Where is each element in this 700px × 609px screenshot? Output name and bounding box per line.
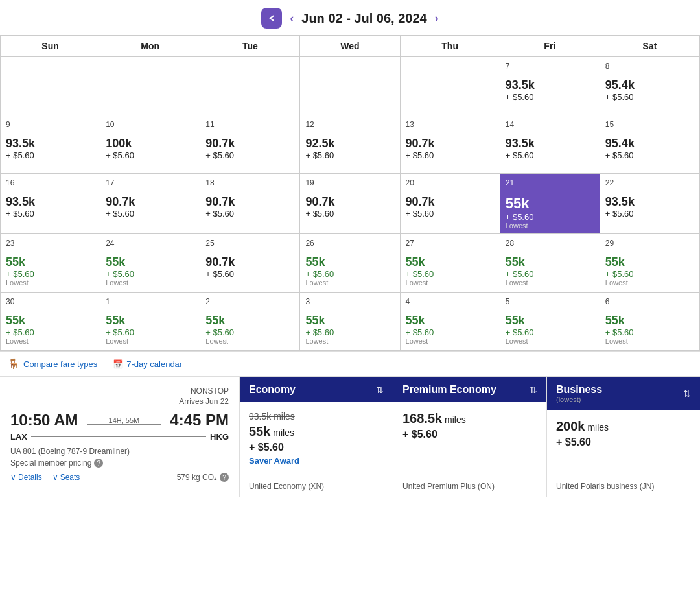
day-number: 26 bbox=[305, 239, 314, 248]
calendar-cell[interactable]: 655k+ $5.60Lowest bbox=[600, 293, 699, 351]
day-number: 28 bbox=[506, 239, 514, 248]
calendar-cell[interactable]: 2090.7k+ $5.60 bbox=[400, 174, 500, 234]
calendar-cell bbox=[100, 57, 200, 115]
calendar-cell[interactable]: 1190.7k+ $5.60 bbox=[200, 115, 300, 174]
calendar-cell[interactable]: 155k+ $5.60Lowest bbox=[100, 293, 200, 351]
day-miles: 55k bbox=[506, 195, 594, 212]
fare-strikethrough-economy: 93.5k miles bbox=[249, 411, 384, 422]
fare-miles-economy: 55k miles bbox=[249, 424, 384, 439]
day-lowest-label: Lowest bbox=[605, 337, 694, 345]
calendar-cell[interactable]: 1595.4k+ $5.60 bbox=[600, 115, 699, 174]
calendar-cell[interactable]: 2955k+ $5.60Lowest bbox=[600, 234, 699, 293]
fare-title-economy: Economy bbox=[249, 384, 296, 396]
day-miles: 93.5k bbox=[605, 195, 694, 209]
day-fee: + $5.60 bbox=[506, 328, 594, 337]
day-miles: 90.7k bbox=[406, 195, 495, 209]
calendar-cell[interactable]: 793.5k+ $5.60 bbox=[500, 57, 600, 115]
calendar-label: 7-day calendar bbox=[126, 359, 182, 369]
day-number: 24 bbox=[106, 239, 114, 248]
day-fee: + $5.60 bbox=[6, 269, 95, 279]
fare-sort-icon-premium[interactable]: ⇅ bbox=[530, 385, 537, 395]
day-number: 1 bbox=[106, 297, 110, 306]
day-miles: 55k bbox=[605, 314, 694, 328]
fare-sort-icon-economy[interactable]: ⇅ bbox=[376, 385, 384, 395]
pricing-info-icon[interactable]: ? bbox=[94, 459, 103, 468]
calendar-cell[interactable]: 2655k+ $5.60Lowest bbox=[300, 234, 400, 293]
day-fee: + $5.60 bbox=[605, 92, 694, 102]
day-miles: 55k bbox=[406, 256, 495, 269]
details-link[interactable]: ∨ Details bbox=[10, 473, 42, 482]
day-fee: + $5.60 bbox=[106, 150, 194, 160]
day-fee: + $5.60 bbox=[106, 328, 194, 337]
fare-subtitle-business: (lowest) bbox=[556, 396, 602, 403]
fare-card-body-business: 200k miles+ $5.60 bbox=[547, 410, 700, 475]
day-miles: 55k bbox=[205, 314, 294, 328]
calendar-cell[interactable]: 2293.5k+ $5.60 bbox=[600, 174, 699, 234]
origin-airport: LAX bbox=[10, 432, 27, 442]
calendar-cell[interactable]: 1890.7k+ $5.60 bbox=[200, 174, 300, 234]
day-miles: 55k bbox=[6, 314, 95, 328]
fare-card-premium[interactable]: Premium Economy⇅168.5k miles+ $5.60Unite… bbox=[393, 377, 547, 497]
seats-label: Seats bbox=[60, 473, 80, 482]
calendar-cell[interactable]: 2355k+ $5.60Lowest bbox=[1, 234, 100, 293]
calendar-cell[interactable]: 2755k+ $5.60Lowest bbox=[400, 234, 500, 293]
calendar-cell[interactable]: 10100k+ $5.60 bbox=[100, 115, 200, 174]
day-miles: 93.5k bbox=[506, 78, 594, 92]
calendar-cell[interactable]: 1292.5k+ $5.60 bbox=[300, 115, 400, 174]
day-fee: + $5.60 bbox=[106, 209, 194, 219]
fare-card-footer-economy: United Economy (XN) bbox=[240, 475, 393, 497]
fare-card-header-premium: Premium Economy⇅ bbox=[393, 377, 546, 402]
day-lowest-label: Lowest bbox=[106, 279, 194, 287]
day-miles: 100k bbox=[106, 137, 194, 150]
calendar-cell[interactable]: 555k+ $5.60Lowest bbox=[500, 293, 600, 351]
day-miles: 55k bbox=[106, 256, 194, 269]
bottom-toolbar: 🪑 Compare fare types 📅 7-day calendar bbox=[0, 351, 700, 377]
fare-miles-business: 200k miles bbox=[556, 419, 691, 434]
app-logo bbox=[261, 8, 282, 29]
calendar-cell[interactable]: 1493.5k+ $5.60 bbox=[500, 115, 600, 174]
fare-fee-economy: + $5.60 bbox=[249, 442, 384, 453]
next-month-button[interactable]: › bbox=[435, 12, 439, 25]
seats-chevron-icon: ∨ bbox=[52, 473, 58, 482]
day-fee: + $5.60 bbox=[506, 150, 594, 160]
co2-text: 579 kg CO₂ bbox=[177, 473, 217, 482]
flight-arrives-label: Arrives Jun 22 bbox=[10, 397, 229, 406]
co2-info-icon[interactable]: ? bbox=[220, 473, 229, 482]
calendar-cell[interactable]: 2155k+ $5.60Lowest bbox=[500, 174, 600, 234]
seats-link[interactable]: ∨ Seats bbox=[52, 473, 80, 482]
day-header-sun: Sun bbox=[1, 36, 100, 57]
day-number: 2 bbox=[205, 297, 210, 306]
calendar-cell[interactable]: 1390.7k+ $5.60 bbox=[400, 115, 500, 174]
compare-fare-link[interactable]: 🪑 Compare fare types bbox=[8, 358, 97, 370]
day-lowest-label: Lowest bbox=[406, 279, 495, 287]
calendar-cell[interactable]: 455k+ $5.60Lowest bbox=[400, 293, 500, 351]
day-header-sat: Sat bbox=[600, 36, 699, 57]
day-fee: + $5.60 bbox=[205, 209, 294, 219]
calendar-cell[interactable]: 1990.7k+ $5.60 bbox=[300, 174, 400, 234]
calendar-cell[interactable]: 3055k+ $5.60Lowest bbox=[1, 293, 100, 351]
calendar-cell[interactable]: 895.4k+ $5.60 bbox=[600, 57, 699, 115]
prev-month-button[interactable]: ‹ bbox=[290, 12, 294, 25]
calendar-cell[interactable]: 2590.7k+ $5.60 bbox=[200, 234, 300, 293]
day-fee: + $5.60 bbox=[6, 150, 95, 160]
day-number: 30 bbox=[6, 297, 14, 306]
details-label: Details bbox=[18, 473, 42, 482]
day-number: 27 bbox=[406, 239, 414, 248]
calendar-cell[interactable]: 2455k+ $5.60Lowest bbox=[100, 234, 200, 293]
calendar-cell[interactable]: 255k+ $5.60Lowest bbox=[200, 293, 300, 351]
fare-sort-icon-business[interactable]: ⇅ bbox=[683, 388, 691, 399]
calendar-cell[interactable]: 993.5k+ $5.60 bbox=[1, 115, 100, 174]
fare-card-business[interactable]: Business(lowest)⇅200k miles+ $5.60United… bbox=[547, 377, 700, 497]
arrive-time: 4:45 PM bbox=[170, 411, 229, 429]
day-miles: 90.7k bbox=[106, 195, 194, 209]
day-miles: 55k bbox=[106, 314, 194, 328]
calendar-cell[interactable]: 1693.5k+ $5.60 bbox=[1, 174, 100, 234]
calendar-cell[interactable]: 1790.7k+ $5.60 bbox=[100, 174, 200, 234]
calendar-cell[interactable]: 2855k+ $5.60Lowest bbox=[500, 234, 600, 293]
fare-card-economy[interactable]: Economy⇅93.5k miles55k miles+ $5.60Saver… bbox=[240, 377, 393, 497]
day-lowest-label: Lowest bbox=[406, 337, 495, 345]
day-miles: 95.4k bbox=[605, 137, 694, 150]
calendar-link[interactable]: 📅 7-day calendar bbox=[113, 359, 182, 369]
day-lowest-label: Lowest bbox=[605, 279, 694, 287]
calendar-cell[interactable]: 355k+ $5.60Lowest bbox=[300, 293, 400, 351]
